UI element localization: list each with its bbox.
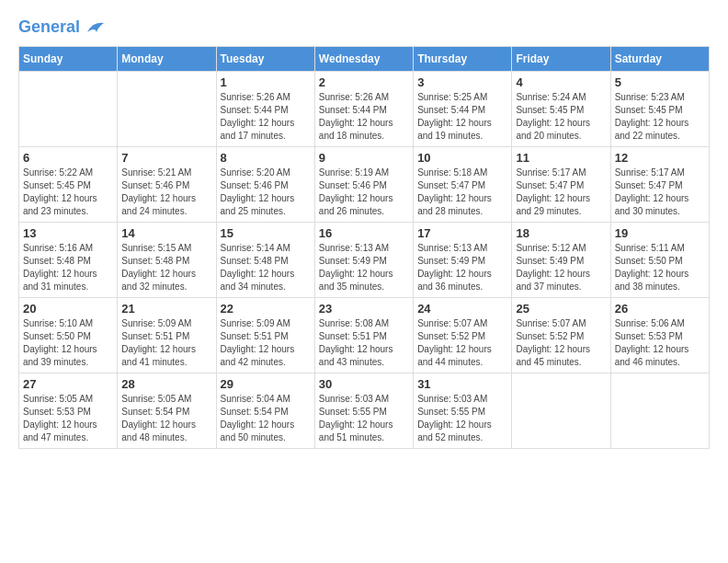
day-header-wednesday: Wednesday <box>314 46 413 71</box>
calendar-cell: 6Sunrise: 5:22 AMSunset: 5:45 PMDaylight… <box>19 146 118 222</box>
day-number: 7 <box>121 151 211 165</box>
day-number: 31 <box>417 377 507 391</box>
day-info: Sunrise: 5:07 AMSunset: 5:52 PMDaylight:… <box>516 317 606 369</box>
day-info: Sunrise: 5:08 AMSunset: 5:51 PMDaylight:… <box>319 317 409 369</box>
calendar-cell: 11Sunrise: 5:17 AMSunset: 5:47 PMDayligh… <box>512 146 610 222</box>
calendar-cell: 4Sunrise: 5:24 AMSunset: 5:45 PMDaylight… <box>512 71 610 146</box>
calendar-cell: 1Sunrise: 5:26 AMSunset: 5:44 PMDaylight… <box>216 71 314 146</box>
calendar-cell <box>512 373 610 448</box>
day-info: Sunrise: 5:23 AMSunset: 5:45 PMDaylight:… <box>615 91 705 143</box>
day-header-tuesday: Tuesday <box>216 46 314 71</box>
day-header-sunday: Sunday <box>19 46 118 71</box>
day-number: 9 <box>319 151 409 165</box>
day-info: Sunrise: 5:26 AMSunset: 5:44 PMDaylight:… <box>221 91 311 143</box>
day-info: Sunrise: 5:17 AMSunset: 5:47 PMDaylight:… <box>516 167 606 218</box>
calendar-cell: 20Sunrise: 5:10 AMSunset: 5:50 PMDayligh… <box>19 297 118 373</box>
day-number: 12 <box>615 151 705 165</box>
logo-bird-icon <box>85 19 106 36</box>
calendar-cell: 16Sunrise: 5:13 AMSunset: 5:49 PMDayligh… <box>314 222 413 297</box>
day-number: 21 <box>121 302 211 316</box>
day-info: Sunrise: 5:21 AMSunset: 5:46 PMDaylight:… <box>121 167 211 218</box>
day-number: 24 <box>417 302 507 316</box>
calendar-cell: 15Sunrise: 5:14 AMSunset: 5:48 PMDayligh… <box>216 222 314 297</box>
day-info: Sunrise: 5:13 AMSunset: 5:49 PMDaylight:… <box>319 242 409 293</box>
day-info: Sunrise: 5:12 AMSunset: 5:49 PMDaylight:… <box>516 242 606 293</box>
calendar-cell: 9Sunrise: 5:19 AMSunset: 5:46 PMDaylight… <box>314 146 413 222</box>
calendar-cell: 24Sunrise: 5:07 AMSunset: 5:52 PMDayligh… <box>414 297 512 373</box>
day-info: Sunrise: 5:04 AMSunset: 5:54 PMDaylight:… <box>221 393 311 444</box>
day-number: 14 <box>121 226 211 240</box>
day-number: 5 <box>615 75 705 89</box>
day-number: 2 <box>319 75 409 89</box>
calendar-cell: 17Sunrise: 5:13 AMSunset: 5:49 PMDayligh… <box>414 222 512 297</box>
calendar-cell: 22Sunrise: 5:09 AMSunset: 5:51 PMDayligh… <box>216 297 314 373</box>
calendar-cell <box>118 71 216 146</box>
calendar-cell: 7Sunrise: 5:21 AMSunset: 5:46 PMDaylight… <box>118 146 216 222</box>
day-header-friday: Friday <box>512 46 610 71</box>
day-number: 10 <box>417 151 507 165</box>
calendar-cell: 12Sunrise: 5:17 AMSunset: 5:47 PMDayligh… <box>610 146 709 222</box>
day-info: Sunrise: 5:09 AMSunset: 5:51 PMDaylight:… <box>221 317 311 369</box>
calendar-cell: 8Sunrise: 5:20 AMSunset: 5:46 PMDaylight… <box>216 146 314 222</box>
week-row-1: 1Sunrise: 5:26 AMSunset: 5:44 PMDaylight… <box>19 71 710 146</box>
calendar-cell: 27Sunrise: 5:05 AMSunset: 5:53 PMDayligh… <box>19 373 118 448</box>
calendar-cell: 26Sunrise: 5:06 AMSunset: 5:53 PMDayligh… <box>610 297 709 373</box>
day-number: 17 <box>417 226 507 240</box>
calendar-cell: 18Sunrise: 5:12 AMSunset: 5:49 PMDayligh… <box>512 222 610 297</box>
day-header-thursday: Thursday <box>414 46 512 71</box>
calendar-cell: 19Sunrise: 5:11 AMSunset: 5:50 PMDayligh… <box>610 222 709 297</box>
calendar-cell: 29Sunrise: 5:04 AMSunset: 5:54 PMDayligh… <box>216 373 314 448</box>
day-number: 19 <box>615 226 705 240</box>
calendar-cell: 23Sunrise: 5:08 AMSunset: 5:51 PMDayligh… <box>314 297 413 373</box>
calendar-cell: 10Sunrise: 5:18 AMSunset: 5:47 PMDayligh… <box>414 146 512 222</box>
day-info: Sunrise: 5:22 AMSunset: 5:45 PMDaylight:… <box>23 167 113 218</box>
day-info: Sunrise: 5:26 AMSunset: 5:44 PMDaylight:… <box>319 91 409 143</box>
day-info: Sunrise: 5:03 AMSunset: 5:55 PMDaylight:… <box>319 393 409 444</box>
day-number: 3 <box>417 75 507 89</box>
week-row-4: 20Sunrise: 5:10 AMSunset: 5:50 PMDayligh… <box>19 297 710 373</box>
day-number: 15 <box>221 226 311 240</box>
calendar-cell: 28Sunrise: 5:05 AMSunset: 5:54 PMDayligh… <box>118 373 216 448</box>
day-info: Sunrise: 5:17 AMSunset: 5:47 PMDaylight:… <box>615 167 705 218</box>
day-info: Sunrise: 5:16 AMSunset: 5:48 PMDaylight:… <box>23 242 113 293</box>
calendar-table: SundayMondayTuesdayWednesdayThursdayFrid… <box>18 46 710 449</box>
day-number: 26 <box>615 302 705 316</box>
calendar-cell: 13Sunrise: 5:16 AMSunset: 5:48 PMDayligh… <box>19 222 118 297</box>
day-number: 29 <box>221 377 311 391</box>
day-number: 6 <box>23 151 113 165</box>
calendar-cell: 3Sunrise: 5:25 AMSunset: 5:44 PMDaylight… <box>414 71 512 146</box>
week-row-5: 27Sunrise: 5:05 AMSunset: 5:53 PMDayligh… <box>19 373 710 448</box>
week-row-3: 13Sunrise: 5:16 AMSunset: 5:48 PMDayligh… <box>19 222 710 297</box>
day-info: Sunrise: 5:18 AMSunset: 5:47 PMDaylight:… <box>417 167 507 218</box>
day-info: Sunrise: 5:25 AMSunset: 5:44 PMDaylight:… <box>417 91 507 143</box>
day-info: Sunrise: 5:14 AMSunset: 5:48 PMDaylight:… <box>221 242 311 293</box>
day-number: 28 <box>121 377 211 391</box>
calendar-cell: 2Sunrise: 5:26 AMSunset: 5:44 PMDaylight… <box>314 71 413 146</box>
calendar-cell <box>610 373 709 448</box>
day-number: 22 <box>221 302 311 316</box>
calendar-cell: 5Sunrise: 5:23 AMSunset: 5:45 PMDaylight… <box>610 71 709 146</box>
week-row-2: 6Sunrise: 5:22 AMSunset: 5:45 PMDaylight… <box>19 146 710 222</box>
day-info: Sunrise: 5:03 AMSunset: 5:55 PMDaylight:… <box>417 393 507 444</box>
day-info: Sunrise: 5:19 AMSunset: 5:46 PMDaylight:… <box>319 167 409 218</box>
day-number: 18 <box>516 226 606 240</box>
day-number: 13 <box>23 226 113 240</box>
day-number: 30 <box>319 377 409 391</box>
logo-text: General <box>18 18 107 37</box>
day-info: Sunrise: 5:07 AMSunset: 5:52 PMDaylight:… <box>417 317 507 369</box>
day-number: 25 <box>516 302 606 316</box>
day-info: Sunrise: 5:10 AMSunset: 5:50 PMDaylight:… <box>23 317 113 369</box>
calendar-cell: 14Sunrise: 5:15 AMSunset: 5:48 PMDayligh… <box>118 222 216 297</box>
day-info: Sunrise: 5:20 AMSunset: 5:46 PMDaylight:… <box>221 167 311 218</box>
day-number: 1 <box>221 75 311 89</box>
day-info: Sunrise: 5:05 AMSunset: 5:53 PMDaylight:… <box>23 393 113 444</box>
day-number: 4 <box>516 75 606 89</box>
day-number: 16 <box>319 226 409 240</box>
day-header-monday: Monday <box>118 46 216 71</box>
day-info: Sunrise: 5:15 AMSunset: 5:48 PMDaylight:… <box>121 242 211 293</box>
calendar-cell: 31Sunrise: 5:03 AMSunset: 5:55 PMDayligh… <box>414 373 512 448</box>
day-info: Sunrise: 5:24 AMSunset: 5:45 PMDaylight:… <box>516 91 606 143</box>
day-info: Sunrise: 5:09 AMSunset: 5:51 PMDaylight:… <box>121 317 211 369</box>
day-header-saturday: Saturday <box>610 46 709 71</box>
day-info: Sunrise: 5:05 AMSunset: 5:54 PMDaylight:… <box>121 393 211 444</box>
